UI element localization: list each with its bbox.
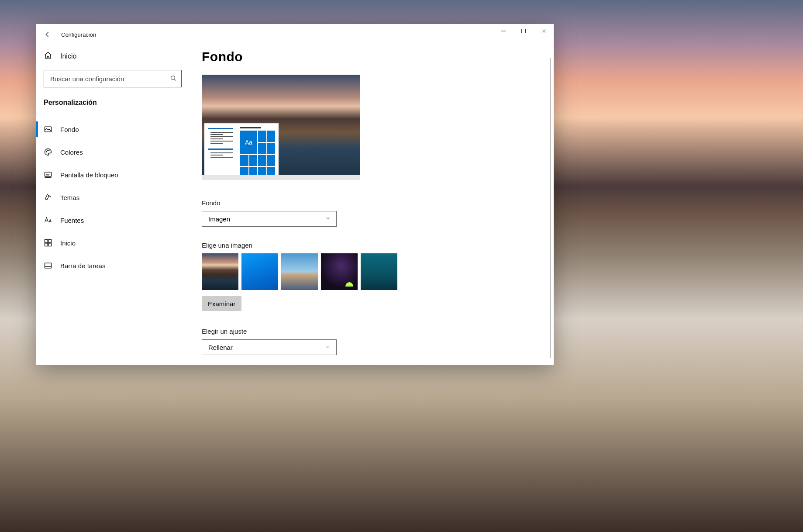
background-type-dropdown[interactable]: Imagen (202, 211, 337, 227)
sidebar-item-label: Temas (60, 194, 79, 201)
sidebar-item-label: Fondo (60, 126, 79, 133)
background-preview: Aa (202, 75, 360, 180)
sidebar-titlebar: Configuración (36, 24, 190, 45)
image-thumbnails (202, 253, 554, 290)
choose-image-label: Elige una imagen (202, 242, 554, 249)
sidebar-item-temas[interactable]: Temas (36, 186, 190, 209)
back-icon[interactable] (44, 31, 52, 38)
chevron-down-icon (325, 344, 331, 351)
browse-label: Examinar (208, 300, 235, 307)
svg-point-3 (47, 150, 48, 151)
desktop-background: Configuración Inicio Personalización (0, 0, 803, 532)
sidebar-item-fuentes[interactable]: Fuentes (36, 209, 190, 231)
svg-rect-6 (45, 240, 48, 243)
page-title: Fondo (202, 49, 554, 64)
svg-point-0 (171, 76, 175, 79)
preview-tile-aa: Aa (240, 131, 257, 154)
svg-rect-10 (45, 263, 52, 268)
sidebar-item-label: Barra de tareas (60, 262, 105, 269)
content-scrollbar[interactable] (550, 58, 551, 358)
chevron-down-icon (325, 215, 331, 223)
sidebar-item-fondo[interactable]: Fondo (36, 118, 190, 141)
sidebar-item-label: Fuentes (60, 217, 84, 224)
sidebar-nav: Fondo Colores Pantalla de bloqueo (36, 118, 190, 277)
fonts-icon (44, 216, 52, 225)
sidebar: Configuración Inicio Personalización (36, 24, 190, 365)
svg-point-2 (46, 151, 47, 152)
image-thumb-3[interactable] (281, 253, 318, 290)
content-inner: Fondo (190, 24, 554, 365)
maximize-button[interactable] (514, 24, 534, 38)
sidebar-home[interactable]: Inicio (36, 45, 190, 67)
svg-rect-11 (522, 29, 526, 33)
fit-value: Rellenar (208, 344, 233, 351)
home-icon (44, 51, 52, 61)
svg-rect-8 (45, 243, 48, 246)
sidebar-item-colores[interactable]: Colores (36, 141, 190, 163)
window-controls (493, 24, 554, 38)
search-container (44, 70, 182, 87)
sidebar-item-label: Inicio (60, 239, 76, 247)
taskbar-icon (44, 261, 52, 270)
svg-rect-7 (48, 240, 52, 243)
sidebar-item-pantalla-bloqueo[interactable]: Pantalla de bloqueo (36, 163, 190, 186)
settings-window: Configuración Inicio Personalización (36, 24, 554, 365)
sidebar-item-label: Colores (60, 149, 83, 156)
sidebar-item-barra-tareas[interactable]: Barra de tareas (36, 254, 190, 277)
svg-rect-9 (48, 243, 52, 246)
sidebar-section-title: Personalización (36, 93, 190, 112)
sidebar-item-inicio[interactable]: Inicio (36, 231, 190, 254)
browse-button[interactable]: Examinar (202, 296, 241, 311)
close-button[interactable] (534, 24, 554, 38)
search-input-wrapper[interactable] (44, 70, 182, 87)
sidebar-item-label: Pantalla de bloqueo (60, 171, 118, 179)
preview-start-left (204, 124, 237, 180)
palette-icon (44, 148, 52, 156)
preview-start-right: Aa (237, 124, 279, 180)
content-pane: Fondo (190, 24, 554, 365)
fit-dropdown[interactable]: Rellenar (202, 339, 337, 355)
fit-label: Elegir un ajuste (202, 328, 554, 335)
themes-icon (44, 193, 52, 202)
home-label: Inicio (60, 52, 76, 60)
image-thumb-2[interactable] (241, 253, 278, 290)
preview-taskbar (202, 175, 360, 180)
background-type-value: Imagen (208, 215, 230, 223)
minimize-button[interactable] (493, 24, 514, 38)
preview-start-menu: Aa (204, 123, 279, 180)
search-input[interactable] (50, 75, 170, 83)
svg-rect-5 (45, 172, 52, 176)
app-title: Configuración (61, 31, 96, 38)
image-thumb-4[interactable] (321, 253, 358, 290)
start-icon (44, 238, 52, 247)
image-thumb-5[interactable] (361, 253, 397, 290)
search-icon (170, 75, 177, 83)
picture-icon (44, 125, 52, 134)
image-thumb-1[interactable] (202, 253, 238, 290)
svg-point-4 (48, 150, 49, 151)
background-type-label: Fondo (202, 199, 554, 207)
lockscreen-icon (44, 170, 52, 179)
